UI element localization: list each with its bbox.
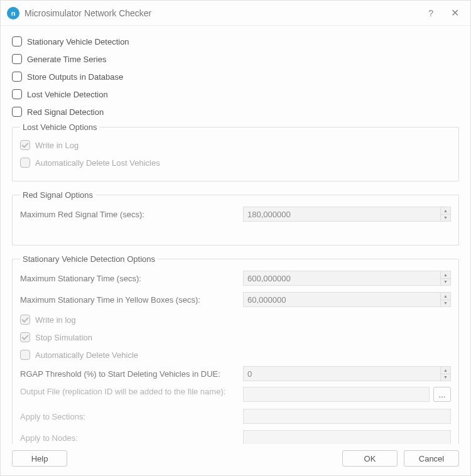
checkbox-write-in-log: Write in Log — [20, 138, 451, 152]
checkbox-icon — [12, 72, 22, 82]
ok-button[interactable]: OK — [342, 450, 398, 467]
apply-nodes-field[interactable] — [243, 430, 451, 444]
checkbox-stationary-detection[interactable]: Stationary Vehicle Detection — [12, 35, 459, 48]
spin-up-icon[interactable]: ▲ — [441, 271, 450, 279]
row-rgap-threshold: RGAP Threshold (%) to Start Deleting Veh… — [20, 365, 451, 382]
group-legend: Lost Vehicle Options — [20, 122, 100, 132]
cancel-button[interactable]: Cancel — [404, 450, 459, 467]
checkbox-icon — [12, 36, 22, 46]
titlebar: n Microsimulator Network Checker ? ✕ — [1, 1, 470, 26]
checkbox-auto-delete-lost: Automatically Delete Lost Vehicles — [20, 156, 451, 170]
checkbox-label: Automatically Delete Vehicle — [35, 350, 138, 360]
group-legend: Red Signal Options — [20, 190, 95, 200]
checkbox-store-outputs[interactable]: Store Outputs in Database — [12, 70, 459, 84]
field-label: RGAP Threshold (%) to Start Deleting Veh… — [20, 369, 243, 379]
spinbox-max-stationary-time[interactable]: ▲ ▼ — [243, 271, 451, 286]
field-label: Maximum Red Signal Time (secs): — [20, 210, 243, 219]
dialog-window: n Microsimulator Network Checker ? ✕ Sta… — [0, 0, 471, 476]
spin-down-icon[interactable]: ▼ — [441, 374, 450, 381]
browse-button[interactable]: ... — [433, 387, 451, 402]
spinner-buttons: ▲ ▼ — [440, 271, 450, 285]
checkbox-icon — [12, 54, 22, 64]
checkbox-label: Store Outputs in Database — [27, 72, 123, 82]
checkbox-stop-simulation: Stop Simulation — [20, 330, 451, 344]
checkbox-label: Red Signal Detection — [27, 107, 104, 117]
checkbox-icon — [12, 107, 22, 117]
window-title: Microsimulator Network Checker — [24, 8, 428, 18]
group-legend: Stationary Vehicle Detection Options — [20, 254, 158, 264]
app-icon: n — [7, 7, 19, 19]
content-area: Stationary Vehicle Detection Generate Ti… — [1, 26, 470, 444]
checkbox-generate-time-series[interactable]: Generate Time Series — [12, 52, 459, 66]
field-label: Output File (replication ID will be adde… — [20, 387, 243, 398]
footer: Help OK Cancel — [1, 444, 470, 475]
spin-down-icon[interactable]: ▼ — [441, 300, 450, 307]
checkbox-label: Lost Vehicle Detection — [27, 90, 108, 99]
checkbox-red-signal-detection[interactable]: Red Signal Detection — [12, 105, 459, 119]
apply-sections-field[interactable] — [243, 409, 451, 424]
group-red-signal: Red Signal Options Maximum Red Signal Ti… — [12, 190, 459, 246]
checkbox-lost-vehicle-detection[interactable]: Lost Vehicle Detection — [12, 87, 459, 101]
spin-down-icon[interactable]: ▼ — [441, 215, 450, 222]
checkbox-auto-delete-vehicle: Automatically Delete Vehicle — [20, 348, 451, 362]
spinner-buttons: ▲ ▼ — [440, 293, 450, 306]
spinbox-input[interactable] — [244, 271, 440, 285]
field-label: Apply to Sections: — [20, 412, 243, 421]
output-file-field[interactable] — [243, 387, 430, 402]
help-icon[interactable]: ? — [428, 8, 433, 18]
titlebar-controls: ? ✕ — [428, 4, 464, 21]
spin-up-icon[interactable]: ▲ — [441, 293, 450, 300]
checkbox-label: Stop Simulation — [35, 333, 92, 342]
spin-up-icon[interactable]: ▲ — [441, 367, 450, 374]
row-max-stationary-time: Maximum Stationary Time (secs): ▲ ▼ — [20, 270, 451, 286]
row-apply-sections: Apply to Sections: — [20, 408, 451, 425]
spinner-buttons: ▲ ▼ — [440, 207, 450, 221]
checkbox-icon — [20, 158, 30, 168]
spinbox-input[interactable] — [244, 293, 440, 306]
checkbox-icon — [12, 89, 22, 99]
help-button[interactable]: Help — [12, 450, 67, 467]
checkbox-label: Write in Log — [35, 141, 78, 150]
spinbox-max-red-time[interactable]: ▲ ▼ — [243, 207, 451, 222]
row-output-file: Output File (replication ID will be adde… — [20, 387, 451, 403]
checkbox-label: Automatically Delete Lost Vehicles — [35, 158, 160, 168]
checkbox-icon — [20, 140, 30, 150]
field-label: Apply to Nodes: — [20, 433, 243, 443]
checkbox-icon — [20, 350, 30, 360]
checkbox-label: Write in log — [35, 315, 76, 325]
spin-up-icon[interactable]: ▲ — [441, 207, 450, 215]
spinbox-input[interactable] — [244, 207, 440, 221]
spinbox-rgap[interactable]: ▲ ▼ — [243, 366, 451, 381]
group-stationary: Stationary Vehicle Detection Options Max… — [12, 254, 459, 444]
spin-down-icon[interactable]: ▼ — [441, 279, 450, 286]
checkbox-icon — [20, 315, 30, 325]
spinner-buttons: ▲ ▼ — [440, 367, 450, 381]
group-lost-vehicle: Lost Vehicle Options Write in Log Automa… — [12, 122, 459, 181]
row-apply-nodes: Apply to Nodes: — [20, 430, 451, 444]
checkbox-label: Generate Time Series — [27, 55, 106, 64]
row-max-yellow-time: Maximum Stationary Time in Yellow Boxes … — [20, 291, 451, 308]
row-max-red-time: Maximum Red Signal Time (secs): ▲ ▼ — [20, 206, 451, 222]
spinbox-max-yellow-time[interactable]: ▲ ▼ — [243, 292, 451, 307]
checkbox-icon — [20, 332, 30, 342]
checkbox-write-in-log-stationary: Write in log — [20, 313, 451, 327]
close-icon[interactable]: ✕ — [446, 4, 464, 21]
checkbox-label: Stationary Vehicle Detection — [27, 37, 129, 46]
spinbox-input[interactable] — [244, 367, 440, 381]
field-label: Maximum Stationary Time (secs): — [20, 274, 243, 283]
field-label: Maximum Stationary Time in Yellow Boxes … — [20, 295, 243, 305]
